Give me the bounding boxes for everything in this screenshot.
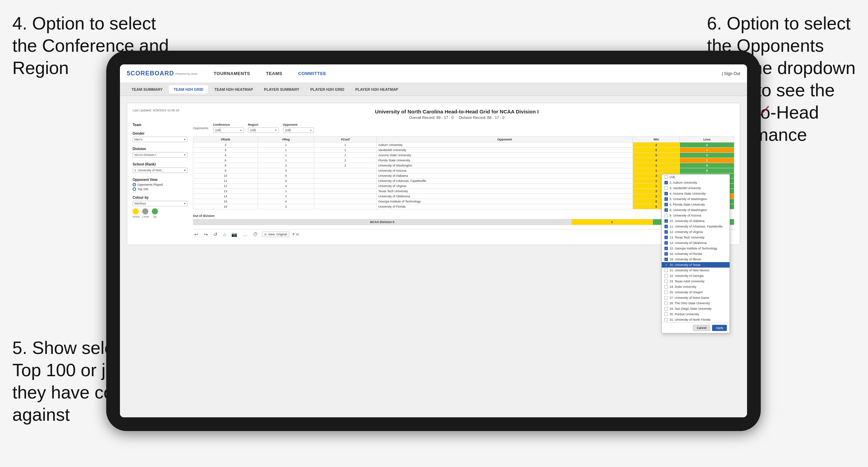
dropdown-item[interactable]: ✓4. Arizona State University	[662, 191, 730, 196]
logo-sub: Powered by cloud	[175, 72, 197, 75]
toolbar-camera[interactable]: 📷	[230, 231, 239, 238]
colour-up-group: Up	[152, 208, 158, 218]
colour-select[interactable]: Win/loss	[133, 201, 187, 206]
dropdown-item-label: 5. University of Washington	[670, 197, 707, 201]
dropdown-checkbox: ✓	[664, 241, 668, 245]
logo-area: 5COREBOARD Powered by cloud	[127, 70, 197, 77]
toolbar: ↩ ↪ ↺ ⌂ 📷 … ⏱ ⊙ View: Original 👁 W	[193, 229, 734, 239]
dropdown-checkbox	[664, 291, 668, 294]
dropdown-item-label: 13. Texas Tech University	[670, 236, 705, 239]
cell-rank: 16	[193, 204, 258, 209]
dropdown-item[interactable]: ✓2. Auburn University	[662, 180, 730, 185]
sidebar-school-section: School (Rank) 1. University of Nort...	[133, 162, 187, 173]
dropdown-item[interactable]: ✓13. Texas Tech University	[662, 235, 730, 240]
toolbar-home[interactable]: ⌂	[222, 231, 227, 238]
dropdown-item[interactable]: 23. Texas A&M University	[662, 279, 730, 284]
dropdown-item-label: 11. University of Arkansas, Fayetteville	[670, 225, 723, 228]
region-filter-select[interactable]: (All)	[248, 127, 279, 133]
cell-conf	[314, 189, 377, 194]
sidebar-gender-section: Gender Men's	[133, 132, 187, 142]
dropdown-item[interactable]: 29. San Diego State University	[662, 306, 730, 311]
toolbar-dots[interactable]: …	[241, 231, 249, 238]
opponent-filter-select[interactable]: (All)	[283, 127, 314, 133]
colour-dot-level	[142, 208, 148, 214]
toolbar-redo[interactable]: ↪	[203, 231, 209, 238]
cell-team: University of Alabama	[376, 173, 633, 179]
dropdown-checkbox: ✓	[664, 252, 668, 256]
radio-opponents-played[interactable]: Opponents Played	[133, 183, 187, 186]
data-table: #Rank #Reg #Conf Opponent Win Loss 2	[193, 136, 734, 209]
cell-rank: 9	[193, 168, 258, 173]
region-filter-group: Region (All)	[248, 123, 279, 133]
dropdown-checkbox: ✓	[664, 236, 668, 239]
sidebar: Team Gender Men's Division NCAA Division…	[133, 123, 187, 239]
dropdown-item-label: 23. Texas A&M University	[670, 280, 705, 283]
dropdown-item-label: 24. Duke University	[670, 285, 696, 288]
out-of-div-name: NCAA Division II	[193, 219, 572, 225]
nav-committee[interactable]: COMMITTEE	[295, 70, 329, 77]
dropdown-item[interactable]: ✓14. University of Oklahoma	[662, 240, 730, 246]
cell-reg: 1	[258, 158, 314, 163]
dropdown-item[interactable]: ✓12. University of Virginia	[662, 229, 730, 235]
toolbar-clock[interactable]: ⏱	[252, 231, 259, 238]
dropdown-item[interactable]: ✓20. University of Texas	[662, 262, 730, 268]
dropdown-item[interactable]: ✓18. University of Illinois	[662, 257, 730, 262]
dropdown-item[interactable]: ✓11. University of Arkansas, Fayettevill…	[662, 224, 730, 229]
opponent-view-section: Opponent View Opponents Played Top 100	[133, 178, 187, 191]
dropdown-item[interactable]: ✓16. University of Florida	[662, 251, 730, 257]
radio-label-top100: Top 100	[137, 187, 148, 191]
sidebar-team-section: Team	[133, 123, 187, 127]
tab-team-h2h-grid[interactable]: TEAM H2H GRID	[169, 85, 208, 94]
dropdown-item[interactable]: 25. University of Oregon	[662, 290, 730, 295]
toolbar-view-label[interactable]: ⊙ View: Original	[262, 232, 289, 237]
dropdown-item[interactable]: 3. Vanderbilt University	[662, 185, 730, 191]
tab-team-h2h-heatmap[interactable]: TEAM H2H HEATMAP	[209, 85, 258, 94]
nav-teams[interactable]: TEAMS	[263, 70, 285, 77]
cell-team: University of Florida	[376, 204, 633, 209]
toolbar-undo[interactable]: ↩	[193, 231, 200, 238]
dropdown-item[interactable]: ✓6. Florida State University	[662, 202, 730, 207]
dropdown-item[interactable]: ✓8. University of Washington	[662, 207, 730, 213]
panel-records: Overall Record: 89 - 17 - 0 Division Rec…	[179, 115, 734, 120]
dropdown-item[interactable]: (All)	[662, 174, 730, 180]
tab-player-summary[interactable]: PLAYER SUMMARY	[259, 85, 304, 94]
dropdown-cancel-button[interactable]: Cancel	[693, 325, 710, 331]
nav-tournaments[interactable]: TOURNAMENTS	[211, 70, 253, 77]
sidebar-school-select[interactable]: 1. University of Nort...	[133, 168, 187, 173]
dropdown-item[interactable]: 30. Purdue University	[662, 311, 730, 317]
table-header-row: #Rank #Reg #Conf Opponent Win Loss	[193, 137, 734, 143]
radio-top100[interactable]: Top 100	[133, 187, 187, 191]
dropdown-item-label: 6. Florida State University	[670, 203, 705, 206]
dropdown-checkbox	[664, 296, 668, 299]
dropdown-item[interactable]: ✓15. Georgia Institute of Technology	[662, 246, 730, 251]
sidebar-division-select[interactable]: NCAA Division I	[133, 152, 187, 158]
dropdown-item[interactable]: 24. Duke University	[662, 284, 730, 290]
tab-player-h2h-heatmap[interactable]: PLAYER H2H HEATMAP	[351, 85, 403, 94]
dropdown-item[interactable]: 28. The Ohio State University	[662, 300, 730, 306]
dropdown-checkbox: ✓	[664, 203, 668, 206]
dropdown-checkbox: ✓	[664, 192, 668, 195]
dropdown-item-label: (All)	[670, 175, 675, 179]
dropdown-apply-button[interactable]: Apply	[712, 325, 727, 331]
dropdown-item[interactable]: ✓5. University of Washington	[662, 196, 730, 202]
dropdown-item[interactable]: 9. University of Arizona	[662, 213, 730, 218]
dropdown-item-label: 31. University of North Florida	[670, 318, 710, 321]
nav-signout[interactable]: | Sign Out	[722, 71, 740, 76]
dropdown-item[interactable]: 22. University of Georgia	[662, 273, 730, 279]
dropdown-item[interactable]: 27. University of Notre Dame	[662, 295, 730, 300]
dropdown-checkbox	[664, 280, 668, 283]
dropdown-checkbox	[664, 175, 668, 179]
dropdown-item[interactable]: ✓10. University of Alabama	[662, 218, 730, 224]
cell-reg: 6	[258, 179, 314, 184]
tab-team-summary[interactable]: TEAM SUMMARY	[127, 85, 168, 94]
cell-team: University of Virginia	[376, 184, 633, 189]
cell-rank: 4	[193, 153, 258, 158]
cell-conf	[314, 184, 377, 189]
tab-player-h2h-grid[interactable]: PLAYER H2H GRID	[305, 85, 349, 94]
conference-filter-select[interactable]: (All)	[213, 127, 244, 133]
dropdown-item-label: 2. Auburn University	[670, 181, 697, 184]
toolbar-refresh[interactable]: ↺	[212, 231, 219, 238]
sidebar-gender-select[interactable]: Men's	[133, 137, 187, 142]
dropdown-item[interactable]: 31. University of North Florida	[662, 317, 730, 322]
dropdown-item[interactable]: 21. University of New Mexico	[662, 268, 730, 273]
